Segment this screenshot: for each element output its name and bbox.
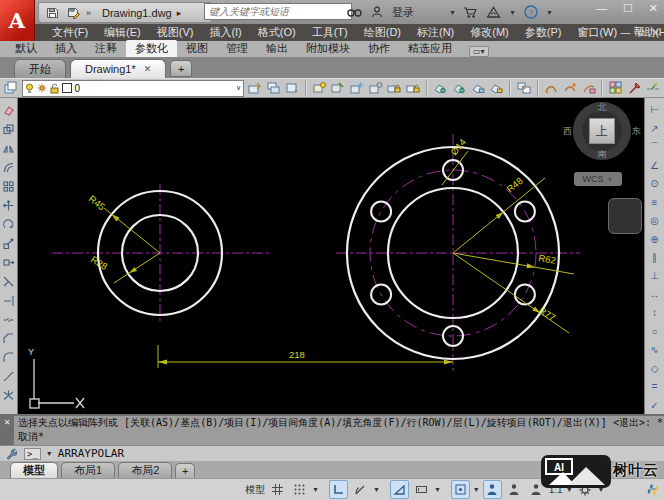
stretch-tool-icon[interactable] <box>1 254 17 270</box>
merge-layer-icon[interactable] <box>581 80 597 96</box>
break-tool-icon[interactable] <box>1 311 17 327</box>
thaw-all-layers-icon[interactable] <box>451 80 467 96</box>
dim-text-r28[interactable]: R28 <box>89 253 110 272</box>
bolt-hole[interactable] <box>515 285 535 305</box>
menu-tools[interactable]: 工具(T) <box>304 25 356 40</box>
tab-layout1[interactable]: 布局1 <box>61 462 115 478</box>
menu-window[interactable]: 窗口(W) <box>569 25 625 40</box>
minimize-button[interactable]: — <box>596 2 607 15</box>
extend-tool-icon[interactable] <box>1 292 17 308</box>
user-icon[interactable] <box>369 4 385 20</box>
menu-view[interactable]: 视图(V) <box>149 25 202 40</box>
layer-combo-caret-icon[interactable]: ∨ <box>236 84 241 92</box>
command-input-text[interactable]: ARRAYPOLAR <box>58 447 124 460</box>
a360-icon[interactable] <box>486 4 502 20</box>
blend-curves-tool-icon[interactable] <box>1 368 17 384</box>
navigation-bar[interactable] <box>608 198 642 234</box>
chamfer-tool-icon[interactable] <box>1 330 17 346</box>
fix-constraint-icon[interactable]: ⊕ <box>646 230 664 247</box>
isometric-drafting-icon[interactable] <box>390 480 409 499</box>
fillet-tool-icon[interactable] <box>1 349 17 365</box>
viewcube-top-face[interactable]: 上 <box>589 118 615 144</box>
dim-radius-constraint-icon[interactable]: ⌒ <box>646 138 664 155</box>
layer-translator-icon[interactable] <box>646 80 662 96</box>
sign-in-caret-icon[interactable]: ▼ <box>449 9 456 16</box>
turn-all-layers-on-icon[interactable] <box>433 80 449 96</box>
polar-caret-icon[interactable]: ▼ <box>373 486 380 493</box>
title-arrow-icon[interactable]: ▸ <box>177 8 182 18</box>
customize-wrench-icon[interactable] <box>3 446 19 462</box>
layer-settings-icon[interactable] <box>627 80 643 96</box>
layer-walk-icon[interactable] <box>544 80 560 96</box>
save-as-icon[interactable] <box>65 5 81 21</box>
doc-minimize-button[interactable]: — <box>620 27 630 38</box>
concentric-constraint-icon[interactable]: ◎ <box>646 212 664 229</box>
auto-constrain-icon[interactable]: ✓ <box>646 397 664 414</box>
search-input[interactable] <box>204 3 352 20</box>
equal-constraint-icon[interactable]: = <box>646 378 664 395</box>
dim-aligned-constraint-icon[interactable]: ↗ <box>646 119 664 136</box>
dim-linear-constraint-icon[interactable]: ⊢ <box>646 101 664 118</box>
viewcube[interactable]: 北 南 西 东 上 <box>573 102 631 160</box>
object-snap-icon[interactable] <box>451 480 470 499</box>
a360-caret-icon[interactable]: ▼ <box>509 9 516 16</box>
tab-model[interactable]: 模型 <box>10 462 58 478</box>
command-panel-close-icon[interactable]: ✕ <box>4 418 11 427</box>
file-tab-start[interactable]: 开始 <box>14 59 66 78</box>
tangent-constraint-icon[interactable]: ○ <box>646 323 664 340</box>
collinear-constraint-icon[interactable]: ≡ <box>646 193 664 210</box>
ortho-mode-icon[interactable] <box>329 480 348 499</box>
parallel-constraint-icon[interactable]: ∥ <box>646 249 664 266</box>
model-space-toggle[interactable]: 模型 <box>245 483 265 497</box>
snap-mode-icon[interactable] <box>290 480 309 499</box>
horizontal-constraint-icon[interactable]: ↔ <box>646 286 664 303</box>
auto-annotation-scale-icon[interactable] <box>505 480 524 499</box>
help-icon[interactable]: ? <box>523 4 539 20</box>
dim-text-218[interactable]: 218 <box>289 349 305 360</box>
sign-in-label[interactable]: 登录 <box>392 5 414 20</box>
move-tool-icon[interactable] <box>1 197 17 213</box>
application-menu-button[interactable]: A <box>0 0 35 41</box>
menu-parametric[interactable]: 参数(P) <box>517 25 570 40</box>
layer-select-combo[interactable]: 0 ∨ <box>22 80 244 97</box>
layer-isolate-icon[interactable] <box>312 80 328 96</box>
close-button[interactable]: ✕ <box>649 2 658 15</box>
menu-edit[interactable]: 编辑(E) <box>96 25 149 40</box>
copy-tool-icon[interactable] <box>1 121 17 137</box>
explode-tool-icon[interactable] <box>1 387 17 403</box>
menu-file[interactable]: 文件(F) <box>44 25 96 40</box>
menu-format[interactable]: 格式(O) <box>250 25 304 40</box>
layer-match-icon[interactable] <box>266 80 282 96</box>
layer-previous-icon[interactable] <box>284 80 300 96</box>
menu-draw[interactable]: 绘图(D) <box>356 25 409 40</box>
polar-tracking-icon[interactable] <box>351 480 370 499</box>
dim-angular-constraint-icon[interactable]: ∠ <box>646 156 664 173</box>
dim-text-r45[interactable]: R45 <box>87 193 108 212</box>
tab-layout2[interactable]: 布局2 <box>118 462 172 478</box>
layer-off-icon[interactable] <box>368 80 384 96</box>
new-layout-button[interactable]: + <box>175 463 195 478</box>
layer-unlock-icon[interactable] <box>405 80 421 96</box>
tab-collaborate[interactable]: 协作 <box>359 40 399 57</box>
search-binoculars-icon[interactable] <box>346 4 362 20</box>
layer-properties-icon[interactable] <box>3 80 19 96</box>
layer-states-icon[interactable] <box>608 80 624 96</box>
new-drawing-tab-button[interactable]: + <box>170 60 192 77</box>
tab-annotate[interactable]: 注释 <box>86 40 126 57</box>
layer-unisolate-icon[interactable] <box>331 80 347 96</box>
vertical-constraint-icon[interactable]: ↕ <box>646 304 664 321</box>
layer-lock-icon[interactable] <box>386 80 402 96</box>
trim-tool-icon[interactable] <box>1 273 17 289</box>
python-app-icon[interactable] <box>644 480 663 499</box>
recent-commands-caret-icon[interactable]: ▼ <box>46 450 53 457</box>
isolate-to-current-viewport-icon[interactable] <box>562 80 578 96</box>
close-tab-icon[interactable]: ✕ <box>144 64 152 74</box>
tab-featured-apps[interactable]: 精选应用 <box>399 40 461 57</box>
save-icon[interactable] <box>44 5 60 21</box>
command-history-text[interactable]: 选择夹点以编辑阵列或 [关联(AS)/基点(B)/项目(I)/项目间角度(A)/… <box>14 416 664 445</box>
ribbon-state-toggle-icon[interactable]: ▭▾ <box>469 46 489 57</box>
offset-tool-icon[interactable] <box>1 159 17 175</box>
help-caret-icon[interactable]: ▼ <box>546 9 553 16</box>
unlock-layer-icon[interactable] <box>488 80 504 96</box>
lock-layer-icon[interactable] <box>470 80 486 96</box>
